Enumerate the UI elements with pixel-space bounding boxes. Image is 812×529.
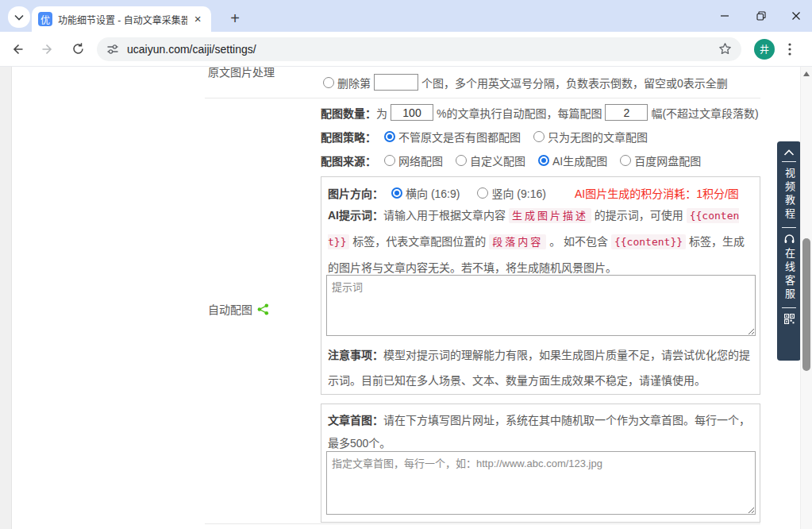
tab-close-icon[interactable]: × [190,12,205,26]
option-text: 只为无图的文章配图 [548,129,648,145]
close-window-button[interactable] [779,0,812,32]
new-tab-button[interactable]: + [224,7,246,29]
source-option-baidu-pan[interactable]: 百度网盘配图 [620,153,701,168]
note-text: 模型对提示词的理解能力有限，如果生成图片质量不足，请尝试优化您的提示词。目前已知… [328,349,750,387]
image-quantity-row: 配图数量： 为 %的文章执行自动配图，每篇配图 幅(不超过文章段落数) [321,104,759,121]
image-strategy-row: 配图策略： 不管原文是否有图都配图 只为无图的文章配图 [321,129,648,145]
strategy-option-always[interactable]: 不管原文是否有图都配图 [384,129,521,145]
browser-tab[interactable]: 优 功能细节设置 - 自动文章采集器 × [32,6,211,32]
delete-image-option-row: 删除第 个图，多个用英文逗号分隔，负数表示倒数，留空或0表示全删 [323,74,728,91]
row-label-original-image: 原文图片处理 [208,67,275,79]
source-option-ai[interactable]: AI生成配图 [538,153,607,168]
minimize-button[interactable] [706,0,743,32]
qr-code-icon[interactable] [784,314,795,324]
radio-icon[interactable] [538,155,549,166]
profile-avatar[interactable]: 井 [754,39,775,60]
site-favicon: 优 [38,12,52,26]
radio-icon[interactable] [456,155,467,166]
browser-menu-button[interactable] [779,39,800,60]
option-text: 不管原文是否有图都配图 [398,129,521,145]
row-divider [205,98,760,98]
radio-icon[interactable] [620,155,631,166]
delete-index-input[interactable] [374,74,418,91]
radio-icon[interactable] [384,155,395,166]
row-divider [205,523,760,524]
ai-prompt-label: AI提示词： [328,209,383,222]
option-text: 自定义配图 [470,153,525,168]
note-label: 注意事项： [328,349,383,361]
sidebar-divider [782,307,796,308]
strategy-option-no-image-only[interactable]: 只为无图的文章配图 [533,129,648,145]
option-text: 横向 (16:9) [406,185,460,201]
option-text: AI生成配图 [552,153,607,168]
window-controls [706,0,812,32]
direction-option-landscape[interactable]: 横向 (16:9) [391,185,460,201]
scroll-up-arrow[interactable] [803,71,810,76]
first-image-description: 文章首图：请在下方填写图片网址，系统在其中随机取一个作为文章首图。每行一个，最多… [328,409,755,455]
reload-icon [71,42,85,56]
first-image-desc-text: 请在下方填写图片网址，系统在其中随机取一个作为文章首图。每行一个，最多500个。 [328,414,750,450]
row-label-auto-image: 自动配图 [208,301,269,317]
bookmark-star-button[interactable] [716,41,733,58]
ai-note-paragraph: 注意事项：模型对提示词的理解能力有限，如果生成图片质量不足，请尝试优化您的提示词… [328,342,755,393]
back-to-top-button[interactable] [783,149,795,156]
direction-option-portrait[interactable]: 竖向 (9:16) [477,185,545,201]
forward-button[interactable] [35,37,60,62]
video-tutorial-link[interactable]: 视频教程 [783,168,795,222]
chevron-up-icon [783,149,795,156]
auto-image-label-text: 自动配图 [208,301,252,317]
reload-button[interactable] [65,37,90,62]
tab-strip: 优 功能细节设置 - 自动文章采集器 × + [0,0,812,32]
tab-search-button[interactable] [8,6,30,28]
ai-prompt-textarea[interactable] [326,275,756,336]
site-settings-icon [106,43,119,56]
percent-input[interactable] [391,104,433,121]
strategy-label: 配图策略： [321,129,376,145]
radio-delete-nth[interactable] [323,77,334,88]
option-text: 百度网盘配图 [634,153,701,168]
scrollbar-thumb[interactable] [802,238,810,371]
sidebar-divider [782,161,796,162]
star-icon [718,42,732,56]
option-text: 竖向 (9:16) [491,185,545,201]
direction-label: 图片方向： [328,185,383,201]
option-text: 网络配图 [398,153,443,168]
floating-sidebar: 视频教程 在线客服 [777,141,801,361]
first-image-textarea[interactable] [326,451,756,515]
radio-icon[interactable] [533,131,545,142]
back-button[interactable] [5,37,30,62]
address-bar[interactable]: ucaiyun.com/caiji/settings/ [97,37,741,61]
back-icon [10,42,25,56]
restore-icon [756,11,766,21]
tab-title: 功能细节设置 - 自动文章采集器 [58,13,187,26]
restore-button[interactable] [743,0,779,32]
page-scrollbar[interactable] [800,67,812,529]
radio-icon[interactable] [384,131,395,142]
ai-prompt-segments: 请输入用于根据文章内容 生成图片描述 的提示词，可使用 {{content}} … [328,209,745,274]
page-left-gutter [0,67,12,529]
first-image-label: 文章首图： [328,414,383,427]
count-input[interactable] [605,104,648,121]
image-direction-row: 图片方向： 横向 (16:9) 竖向 (9:16) AI图片生成的积分消耗：1积… [328,185,739,201]
quantity-label: 配图数量： [321,105,376,121]
url-text: ucaiyun.com/caiji/settings/ [127,43,716,56]
credit-cost-notice: AI图片生成的积分消耗：1积分/图 [575,185,739,201]
quantity-post-text: 幅(不超过文章段落数) [651,105,758,121]
source-option-custom[interactable]: 自定义配图 [456,153,525,168]
settings-page: 原文图片处理 删除第 个图，多个用英文逗号分隔，负数表示倒数，留空或0表示全删 … [0,67,812,529]
source-label: 配图来源： [321,153,376,168]
delete-option-text-pre: 删除第 [337,75,371,91]
source-option-network[interactable]: 网络配图 [384,153,443,168]
headset-icon[interactable] [783,234,795,245]
quantity-mid-text: %的文章执行自动配图，每篇配图 [437,105,602,121]
image-source-row: 配图来源： 网络配图 自定义配图 AI生成配图 百度网盘配图 [321,153,701,168]
chevron-down-icon [14,14,24,21]
online-service-link[interactable]: 在线客服 [783,248,795,302]
ai-image-groupbox: 图片方向： 横向 (16:9) 竖向 (9:16) AI图片生成的积分消耗：1积… [321,176,760,395]
sidebar-divider [782,227,796,228]
share-icon[interactable] [257,303,269,315]
browser-toolbar: ucaiyun.com/caiji/settings/ 井 [0,32,812,67]
radio-icon[interactable] [391,187,402,199]
radio-icon[interactable] [477,187,488,199]
kebab-menu-icon [788,43,791,56]
